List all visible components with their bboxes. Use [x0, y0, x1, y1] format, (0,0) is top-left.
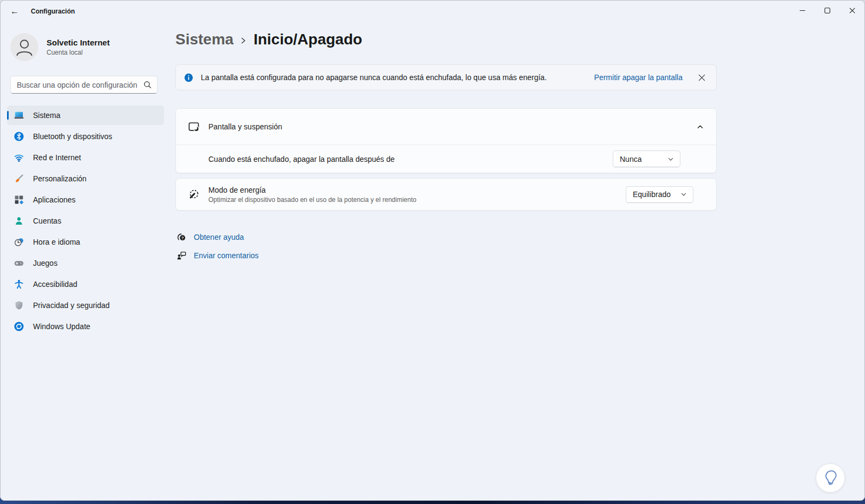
sidebar: Solvetic Internet Cuenta local SistemaBl… — [1, 22, 168, 500]
accounts-icon — [14, 215, 24, 226]
info-banner: La pantalla está configurada para no apa… — [175, 64, 717, 90]
sidebar-item-time[interactable]: Hora e idioma — [7, 232, 164, 252]
banner-action-link[interactable]: Permitir apagar la pantalla — [594, 73, 683, 82]
network-icon — [14, 152, 24, 163]
power-mode-icon — [188, 188, 200, 200]
sidebar-item-network[interactable]: Red e Internet — [7, 148, 164, 167]
breadcrumb-parent[interactable]: Sistema — [175, 31, 233, 48]
sidebar-item-apps[interactable]: Aplicaciones — [7, 190, 164, 210]
banner-close-button[interactable] — [693, 69, 710, 86]
sidebar-item-bluetooth[interactable]: Bluetooth y dispositivos — [7, 127, 164, 146]
games-icon — [14, 258, 24, 269]
display-sleep-expander-header[interactable]: Pantalla y suspensión — [176, 109, 716, 145]
user-name: Solvetic Internet — [47, 38, 110, 47]
screen-off-dropdown[interactable]: Nunca — [613, 150, 680, 167]
display-sleep-icon — [188, 121, 200, 133]
account-type: Cuenta local — [47, 49, 110, 56]
settings-window: ← Configuración — [0, 0, 865, 501]
power-mode-subtitle: Optimizar el dispositivo basado en el us… — [208, 196, 416, 204]
sidebar-item-label: Bluetooth y dispositivos — [33, 132, 112, 141]
sidebar-item-label: Cuentas — [33, 217, 61, 225]
feedback-link[interactable]: Enviar comentarios — [175, 248, 717, 263]
sidebar-item-label: Sistema — [33, 111, 61, 120]
lightbulb-icon — [820, 467, 841, 489]
settings-nav: SistemaBluetooth y dispositivosRed e Int… — [7, 106, 165, 336]
close-window-button[interactable] — [840, 1, 864, 20]
sidebar-item-label: Aplicaciones — [33, 195, 76, 204]
screen-off-setting-row: Cuando está enchufado, apagar la pantall… — [176, 145, 716, 173]
power-mode-dropdown[interactable]: Equilibrado — [626, 186, 693, 203]
sidebar-item-update[interactable]: Windows Update — [7, 317, 164, 336]
lightbulb-watermark — [816, 463, 845, 493]
footer-link-label: Obtener ayuda — [194, 233, 244, 241]
accessibility-icon — [14, 279, 24, 290]
sidebar-item-accessibility[interactable]: Accesibilidad — [7, 274, 164, 294]
sidebar-item-accounts[interactable]: Cuentas — [7, 211, 164, 231]
app-title: Configuración — [31, 8, 75, 15]
sidebar-item-label: Windows Update — [33, 322, 90, 331]
minimize-icon — [800, 8, 805, 14]
back-arrow-icon: ← — [10, 6, 19, 16]
user-account-block[interactable]: Solvetic Internet Cuenta local — [10, 33, 163, 61]
svg-text:?: ? — [181, 235, 184, 240]
screen-off-setting-label: Cuando está enchufado, apagar la pantall… — [208, 155, 395, 163]
sidebar-item-label: Accesibilidad — [33, 280, 77, 289]
person-icon — [10, 33, 38, 61]
search-box — [10, 76, 158, 94]
help-icon: ? — [176, 232, 186, 242]
windows-update-icon — [14, 321, 24, 332]
display-sleep-card: Pantalla y suspensión Cuando está enchuf… — [175, 108, 717, 173]
close-icon — [698, 74, 705, 81]
breadcrumb: Sistema Inicio/Apagado — [175, 31, 717, 48]
search-input[interactable] — [17, 81, 143, 89]
power-mode-card: Modo de energía Optimizar el dispositivo… — [175, 178, 717, 211]
maximize-button[interactable] — [815, 1, 840, 20]
feedback-icon — [176, 251, 186, 260]
bluetooth-icon — [14, 131, 24, 142]
display-sleep-title: Pantalla y suspensión — [208, 122, 282, 131]
personalization-icon — [14, 173, 24, 184]
back-button[interactable]: ← — [5, 3, 24, 19]
banner-message: La pantalla está configurada para no apa… — [201, 73, 547, 82]
sidebar-item-label: Juegos — [33, 259, 57, 267]
info-icon — [184, 73, 193, 82]
page-title: Inicio/Apagado — [253, 31, 362, 48]
chevron-down-icon — [667, 156, 674, 162]
power-mode-dropdown-value: Equilibrado — [633, 190, 671, 199]
sidebar-item-label: Privacidad y seguridad — [33, 301, 110, 310]
chevron-up-icon[interactable] — [697, 123, 704, 130]
screen-off-dropdown-value: Nunca — [620, 155, 641, 163]
sidebar-item-personalization[interactable]: Personalización — [7, 169, 164, 188]
close-icon — [849, 8, 855, 14]
avatar — [10, 33, 38, 61]
titlebar: ← Configuración — [1, 1, 864, 22]
content-pane: Sistema Inicio/Apagado La pantalla está … — [168, 22, 864, 500]
sidebar-item-games[interactable]: Juegos — [7, 253, 164, 273]
system-icon — [14, 110, 24, 121]
privacy-icon — [14, 300, 24, 311]
help-link[interactable]: ?Obtener ayuda — [175, 230, 717, 244]
power-mode-title: Modo de energía — [208, 186, 416, 194]
sidebar-item-label: Personalización — [33, 174, 87, 183]
apps-icon — [14, 194, 24, 205]
sidebar-item-label: Hora e idioma — [33, 238, 80, 246]
search-icon — [143, 81, 152, 89]
time-language-icon — [14, 237, 24, 247]
minimize-button[interactable] — [790, 1, 815, 20]
chevron-down-icon — [680, 191, 687, 198]
selected-indicator — [7, 111, 9, 120]
sidebar-item-label: Red e Internet — [33, 153, 81, 162]
sidebar-item-system[interactable]: Sistema — [7, 106, 164, 125]
chevron-right-icon — [240, 36, 246, 45]
main-area: Solvetic Internet Cuenta local SistemaBl… — [1, 22, 864, 500]
footer-links: ?Obtener ayudaEnviar comentarios — [175, 230, 717, 263]
window-controls — [790, 1, 864, 20]
sidebar-item-privacy[interactable]: Privacidad y seguridad — [7, 296, 164, 315]
footer-link-label: Enviar comentarios — [194, 251, 259, 260]
maximize-icon — [824, 8, 830, 14]
